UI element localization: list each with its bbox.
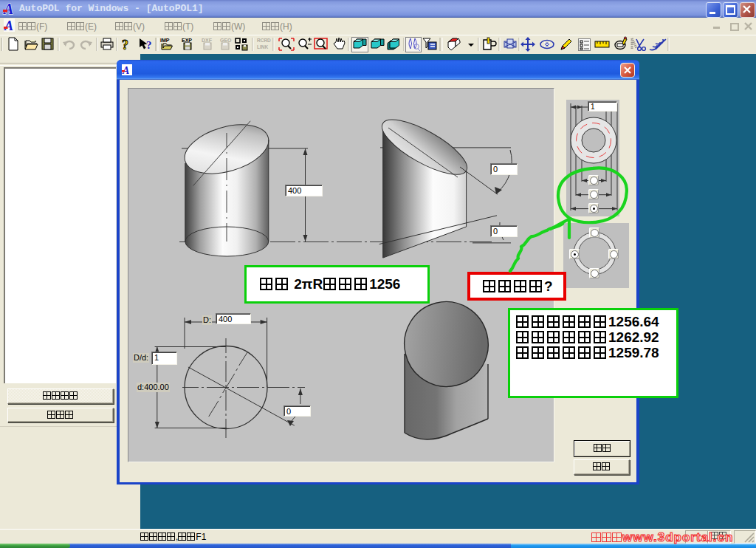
svg-text:RCRD: RCRD xyxy=(257,38,271,43)
svg-text:GEO: GEO xyxy=(220,38,232,43)
svg-text:?: ? xyxy=(146,39,152,51)
svg-text:A: A xyxy=(4,19,13,32)
svg-text:LINK: LINK xyxy=(257,44,268,49)
svg-text:DXF: DXF xyxy=(202,38,213,43)
svg-text:IMP: IMP xyxy=(160,38,170,43)
svg-text:?: ? xyxy=(122,38,128,52)
svg-text:EXP: EXP xyxy=(182,38,192,43)
svg-text:A: A xyxy=(2,1,13,16)
